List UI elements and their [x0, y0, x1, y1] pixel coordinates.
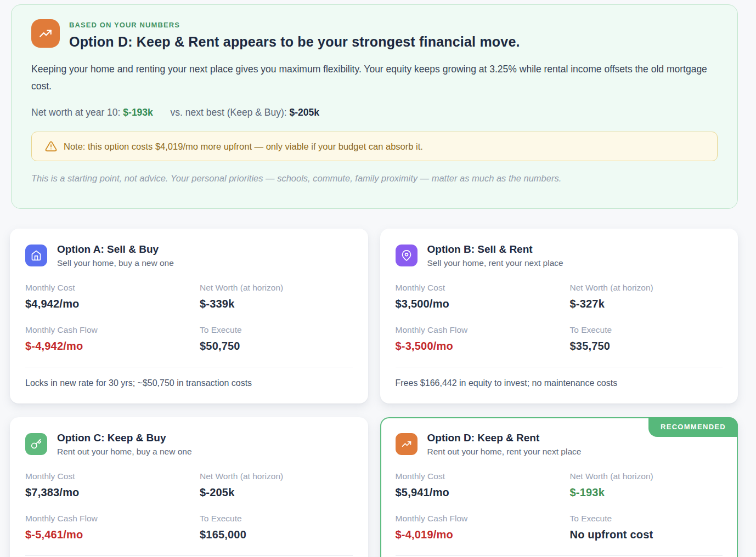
metric-monthly-cost: Monthly Cost $5,941/mo: [396, 471, 559, 499]
metric-net-worth: Net Worth (at horizon) $-339k: [200, 283, 353, 310]
metric-net-worth: Net Worth (at horizon) $-205k: [200, 471, 353, 499]
banner-eyebrow: BASED ON YOUR NUMBERS: [69, 21, 520, 29]
metric-monthly-cost: Monthly Cost $3,500/mo: [396, 283, 559, 310]
card-title: Option B: Sell & Rent: [427, 243, 563, 255]
metric-monthly-cost: Monthly Cost $4,942/mo: [25, 283, 189, 310]
recommended-badge: RECOMMENDED: [648, 417, 738, 437]
net-worth-comparison: Net worth at year 10: $-193k vs. next be…: [31, 107, 718, 118]
key-icon: [25, 433, 47, 455]
metric-cash-flow: Monthly Cash Flow $-4,019/mo: [396, 514, 559, 541]
option-card-sell-rent[interactable]: Option B: Sell & Rent Sell your home, re…: [380, 229, 738, 403]
warning-icon: [45, 140, 57, 152]
metric-to-execute: To Execute $165,000: [200, 514, 353, 541]
option-card-sell-buy[interactable]: Option A: Sell & Buy Sell your home, buy…: [10, 229, 368, 403]
option-card-keep-rent[interactable]: RECOMMENDED Option D: Keep & Rent Rent o…: [380, 417, 738, 557]
card-title: Option A: Sell & Buy: [57, 243, 174, 255]
trending-up-icon: [31, 19, 60, 48]
banner-headline: Option D: Keep & Rent appears to be your…: [69, 34, 520, 50]
trending-up-icon: [396, 433, 418, 455]
net-worth-value: $-193k: [123, 107, 153, 118]
option-cards-grid: Option A: Sell & Buy Sell your home, buy…: [10, 229, 738, 557]
card-title: Option C: Keep & Buy: [57, 432, 192, 444]
metric-net-worth: Net Worth (at horizon) $-193k: [569, 471, 723, 499]
net-worth-label: Net worth at year 10:: [31, 107, 120, 118]
card-subtitle: Rent out your home, rent your next place: [427, 447, 582, 457]
next-best-value: $-205k: [290, 107, 320, 118]
home-icon: [25, 245, 47, 266]
card-subtitle: Sell your home, buy a new one: [57, 258, 174, 268]
disclaimer-text: This is a starting point, not advice. Yo…: [31, 173, 718, 184]
metric-to-execute: To Execute $35,750: [569, 325, 723, 353]
next-best-label: vs. next best (Keep & Buy):: [171, 107, 287, 118]
metric-cash-flow: Monthly Cash Flow $-5,461/mo: [25, 514, 189, 541]
warning-note-text: Note: this option costs $4,019/mo more u…: [64, 141, 423, 152]
metric-net-worth: Net Worth (at horizon) $-327k: [569, 283, 723, 310]
metric-to-execute: To Execute $50,750: [200, 325, 353, 353]
card-footer-note: Locks in new rate for 30 yrs; ~$50,750 i…: [25, 367, 353, 388]
banner-body-text: Keeping your home and renting your next …: [31, 61, 718, 95]
map-pin-icon: [396, 245, 418, 266]
metric-monthly-cost: Monthly Cost $7,383/mo: [25, 471, 189, 499]
option-card-keep-buy[interactable]: Option C: Keep & Buy Rent out your home,…: [10, 417, 368, 557]
metric-cash-flow: Monthly Cash Flow $-4,942/mo: [25, 325, 189, 353]
budget-warning-note: Note: this option costs $4,019/mo more u…: [31, 132, 718, 161]
metric-cash-flow: Monthly Cash Flow $-3,500/mo: [396, 325, 559, 353]
card-subtitle: Rent out your home, buy a new one: [57, 447, 192, 457]
metric-to-execute: To Execute No upfront cost: [569, 514, 723, 541]
recommendation-banner: BASED ON YOUR NUMBERS Option D: Keep & R…: [11, 4, 738, 209]
card-footer-note: Frees $166,442 in equity to invest; no m…: [396, 367, 723, 388]
card-title: Option D: Keep & Rent: [427, 432, 582, 444]
card-subtitle: Sell your home, rent your next place: [427, 258, 563, 268]
